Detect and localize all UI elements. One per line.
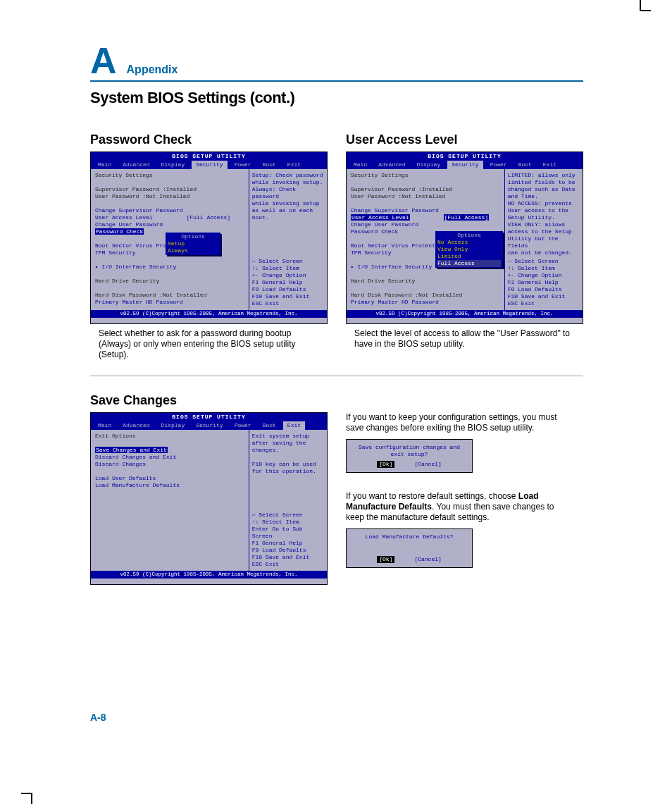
- section-heading: Security Settings: [351, 172, 502, 179]
- save-changes-para1: If you want to keep your configuration s…: [346, 412, 566, 433]
- save-changes-title: Save Changes: [90, 393, 583, 408]
- tab-advanced: Advanced: [118, 161, 154, 169]
- bios-tabs: Main Advanced Display Security Power Boo…: [347, 161, 583, 169]
- popup-option: View Only: [437, 246, 501, 253]
- line: Change Supervisor Password: [351, 207, 502, 214]
- options-popup: Options No Access View Only Limited Full…: [435, 231, 503, 268]
- line-selected: Save Changes and Exit: [95, 447, 246, 454]
- dialog-text: Load Manufacture Defaults?: [351, 533, 468, 540]
- section-heading: Exit Options: [95, 433, 246, 440]
- line: User Password :Not Installed: [95, 193, 246, 200]
- user-access-caption: Select the level of access to allow the …: [346, 328, 583, 350]
- appendix-letter: A: [90, 42, 117, 79]
- tab-boot: Boot: [514, 161, 536, 169]
- tab-advanced: Advanced: [374, 161, 409, 169]
- appendix-label: Appendix: [127, 63, 178, 76]
- bios-tabs: Main Advanced Display Security Power Boo…: [91, 421, 327, 430]
- tab-boot: Boot: [259, 161, 280, 169]
- ok-button: [Ok]: [377, 461, 394, 468]
- save-changes-para2: If you want to restore default settings,…: [346, 491, 566, 523]
- line: Discard Changes: [95, 461, 246, 468]
- key-help: ↔ Select Screen ↑↓ Select Item Enter Go …: [252, 512, 324, 568]
- popup-head: Options: [437, 232, 501, 239]
- popup-option: Setup: [168, 240, 218, 247]
- line: Load Manufacture Defaults: [95, 482, 246, 489]
- tab-power: Power: [230, 161, 256, 169]
- help-text: LIMITED: allows only limited fields to b…: [508, 172, 580, 256]
- popup-option-selected: Full Access: [437, 260, 501, 267]
- help-text: Exit system setup after saving the chang…: [252, 433, 324, 475]
- save-changes-text: If you want to keep your configuration s…: [346, 412, 566, 585]
- popup-head: Options: [168, 233, 218, 240]
- help-text: Setup: Check password while invoking set…: [252, 172, 324, 221]
- line: User Password :Not Installed: [351, 193, 502, 200]
- bios-footer: v02.59 (C)Copyright 1985-2005, American …: [91, 310, 327, 318]
- tab-exit: Exit: [283, 161, 305, 169]
- password-check-block: Password Check BIOS SETUP UTILITY Main A…: [90, 132, 328, 360]
- tab-main: Main: [349, 161, 371, 169]
- line: ▸ I/O Interface Security: [95, 264, 246, 271]
- page-content: A Appendix System BIOS Settings (cont.) …: [90, 42, 583, 585]
- tab-exit: Exit: [539, 161, 561, 169]
- bios-tabs: Main Advanced Display Security Power Boo…: [91, 161, 327, 169]
- appendix-header: A Appendix: [90, 42, 583, 82]
- bios-footer: v02.59 (C)Copyright 1985-2005, American …: [91, 571, 327, 579]
- save-changes-block: BIOS SETUP UTILITY Main Advanced Display…: [90, 412, 328, 585]
- line: Load User Defaults: [95, 475, 246, 482]
- tab-advanced: Advanced: [118, 421, 154, 430]
- tab-display: Display: [413, 161, 445, 169]
- password-check-caption: Select whether to ask for a password dur…: [90, 328, 328, 360]
- line: Primary Master HD Password: [95, 299, 246, 306]
- tab-boot: Boot: [259, 421, 280, 430]
- bios-title: BIOS SETUP UTILITY: [91, 152, 327, 161]
- line: Supervisor Password :Installed: [351, 186, 502, 193]
- tab-security: Security: [192, 421, 227, 430]
- line: Hard Disk Password :Not Installed: [351, 292, 502, 299]
- dialog-text: Save configuration changes and exit setu…: [351, 444, 468, 458]
- line: Hard Drive Security: [351, 278, 502, 285]
- crop-mark-bottom: [21, 793, 32, 804]
- line: Change User Password: [351, 221, 502, 228]
- password-check-title: Password Check: [90, 132, 328, 147]
- popup-option: Always: [168, 247, 218, 254]
- tab-security: Security: [192, 161, 227, 169]
- tab-security: Security: [447, 161, 483, 169]
- ok-button: [Ok]: [377, 556, 394, 563]
- page-title: System BIOS Settings (cont.): [90, 89, 583, 107]
- tab-display: Display: [157, 161, 189, 169]
- popup-option: Limited: [437, 253, 501, 260]
- line: Hard Disk Password :Not Installed: [95, 292, 246, 299]
- user-access-title: User Access Level: [346, 132, 583, 147]
- line: Hard Drive Security: [95, 278, 246, 285]
- tab-main: Main: [94, 421, 116, 430]
- line-selected: User Access Level [Full Access]: [351, 214, 502, 221]
- line: Primary Master HD Password: [351, 299, 502, 306]
- cancel-button: [Cancel]: [414, 556, 441, 563]
- bios-footer: v02.59 (C)Copyright 1985-2005, American …: [347, 310, 583, 318]
- line: Discard Changes and Exit: [95, 454, 246, 461]
- popup-option: No Access: [437, 239, 501, 246]
- tab-main: Main: [94, 161, 116, 169]
- key-help: ↔ Select Screen ↑↓ Select Item +- Change…: [508, 258, 580, 307]
- bios-screenshot-access: BIOS SETUP UTILITY Main Advanced Display…: [346, 151, 583, 324]
- bios-title: BIOS SETUP UTILITY: [91, 413, 327, 421]
- line: Change User Password: [95, 221, 246, 228]
- bios-title: BIOS SETUP UTILITY: [347, 152, 583, 161]
- bios-screenshot-password: BIOS SETUP UTILITY Main Advanced Display…: [90, 151, 328, 324]
- save-confirm-dialog: Save configuration changes and exit setu…: [346, 439, 473, 473]
- tab-power: Power: [486, 161, 511, 169]
- section-heading: Security Settings: [95, 172, 246, 179]
- divider: [90, 376, 583, 376]
- user-access-block: User Access Level BIOS SETUP UTILITY Mai…: [346, 132, 583, 360]
- page-number: A-8: [90, 712, 106, 723]
- load-defaults-dialog: Load Manufacture Defaults? [Ok] [Cancel]: [346, 528, 473, 568]
- crop-mark-top: [640, 0, 651, 11]
- tab-display: Display: [157, 421, 189, 430]
- cancel-button: [Cancel]: [414, 461, 441, 468]
- line: Supervisor Password :Installed: [95, 186, 246, 193]
- tab-exit: Exit: [283, 421, 305, 430]
- line: Change Supervisor Password: [95, 207, 246, 214]
- line: User Access Level [Full Access]: [95, 214, 246, 221]
- options-popup: Options Setup Always: [166, 233, 220, 255]
- key-help: ↔ Select Screen ↑↓ Select Item +- Change…: [252, 258, 324, 307]
